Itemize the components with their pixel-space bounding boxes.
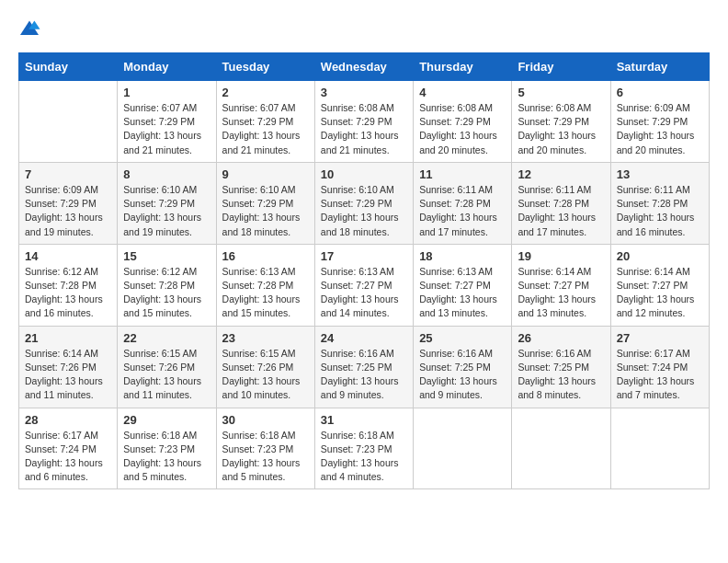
calendar-cell: 5Sunrise: 6:08 AMSunset: 7:29 PMDaylight… [512,81,610,163]
calendar-cell: 24Sunrise: 6:16 AMSunset: 7:25 PMDayligh… [314,326,413,408]
day-info: Sunrise: 6:11 AMSunset: 7:28 PMDaylight:… [419,183,506,239]
calendar-header-row: SundayMondayTuesdayWednesdayThursdayFrid… [19,53,710,81]
calendar-cell: 10Sunrise: 6:10 AMSunset: 7:29 PMDayligh… [314,162,413,244]
day-number: 12 [518,167,604,181]
calendar-cell: 3Sunrise: 6:08 AMSunset: 7:29 PMDaylight… [314,81,413,163]
day-number: 16 [222,249,309,263]
calendar-cell: 30Sunrise: 6:18 AMSunset: 7:23 PMDayligh… [216,408,314,489]
logo-icon [18,19,40,38]
week-row-2: 7Sunrise: 6:09 AMSunset: 7:29 PMDaylight… [19,162,710,244]
day-number: 28 [25,413,111,427]
day-number: 8 [123,167,210,181]
day-header-saturday: Saturday [610,53,709,81]
day-header-thursday: Thursday [414,53,512,81]
day-info: Sunrise: 6:10 AMSunset: 7:29 PMDaylight:… [222,183,309,239]
calendar-table: SundayMondayTuesdayWednesdayThursdayFrid… [18,52,710,489]
calendar-cell: 14Sunrise: 6:12 AMSunset: 7:28 PMDayligh… [19,244,118,326]
calendar-cell: 15Sunrise: 6:12 AMSunset: 7:28 PMDayligh… [118,244,216,326]
day-info: Sunrise: 6:16 AMSunset: 7:25 PMDaylight:… [419,347,506,403]
calendar-cell: 4Sunrise: 6:08 AMSunset: 7:29 PMDaylight… [414,81,512,163]
day-info: Sunrise: 6:09 AMSunset: 7:29 PMDaylight:… [617,101,703,157]
calendar-cell: 16Sunrise: 6:13 AMSunset: 7:28 PMDayligh… [216,244,314,326]
calendar-cell: 9Sunrise: 6:10 AMSunset: 7:29 PMDaylight… [216,162,314,244]
page-header [18,18,710,38]
day-info: Sunrise: 6:08 AMSunset: 7:29 PMDaylight:… [518,101,604,157]
calendar-cell: 2Sunrise: 6:07 AMSunset: 7:29 PMDaylight… [216,81,314,163]
calendar-cell: 18Sunrise: 6:13 AMSunset: 7:27 PMDayligh… [414,244,512,326]
day-number: 29 [123,413,210,427]
day-number: 30 [222,413,309,427]
day-number: 18 [419,249,506,263]
day-number: 11 [419,167,506,181]
week-row-1: 1Sunrise: 6:07 AMSunset: 7:29 PMDaylight… [19,81,710,163]
day-header-tuesday: Tuesday [216,53,314,81]
calendar-cell: 31Sunrise: 6:18 AMSunset: 7:23 PMDayligh… [314,408,413,489]
calendar-cell: 23Sunrise: 6:15 AMSunset: 7:26 PMDayligh… [216,326,314,408]
day-number: 3 [321,86,407,99]
calendar-cell [512,408,610,489]
day-info: Sunrise: 6:15 AMSunset: 7:26 PMDaylight:… [123,347,210,403]
day-info: Sunrise: 6:12 AMSunset: 7:28 PMDaylight:… [25,265,111,321]
day-info: Sunrise: 6:10 AMSunset: 7:29 PMDaylight:… [321,183,407,239]
calendar-cell: 13Sunrise: 6:11 AMSunset: 7:28 PMDayligh… [610,162,709,244]
day-number: 14 [25,249,111,263]
day-number: 25 [419,331,506,345]
calendar-cell [610,408,709,489]
day-number: 15 [123,249,210,263]
week-row-5: 28Sunrise: 6:17 AMSunset: 7:24 PMDayligh… [19,408,710,489]
day-number: 6 [617,86,703,99]
day-header-friday: Friday [512,53,610,81]
calendar-cell: 28Sunrise: 6:17 AMSunset: 7:24 PMDayligh… [19,408,118,489]
day-info: Sunrise: 6:16 AMSunset: 7:25 PMDaylight:… [518,347,604,403]
calendar-cell: 27Sunrise: 6:17 AMSunset: 7:24 PMDayligh… [610,326,709,408]
day-info: Sunrise: 6:07 AMSunset: 7:29 PMDaylight:… [222,101,309,157]
day-info: Sunrise: 6:17 AMSunset: 7:24 PMDaylight:… [25,429,111,485]
day-number: 24 [321,331,407,345]
day-number: 5 [518,86,604,99]
day-number: 17 [321,249,407,263]
calendar-cell [414,408,512,489]
calendar-cell: 8Sunrise: 6:10 AMSunset: 7:29 PMDaylight… [118,162,216,244]
day-info: Sunrise: 6:14 AMSunset: 7:26 PMDaylight:… [25,347,111,403]
calendar-cell: 6Sunrise: 6:09 AMSunset: 7:29 PMDaylight… [610,81,709,163]
week-row-4: 21Sunrise: 6:14 AMSunset: 7:26 PMDayligh… [19,326,710,408]
day-number: 10 [321,167,407,181]
calendar-cell: 11Sunrise: 6:11 AMSunset: 7:28 PMDayligh… [414,162,512,244]
day-info: Sunrise: 6:16 AMSunset: 7:25 PMDaylight:… [321,347,407,403]
day-info: Sunrise: 6:11 AMSunset: 7:28 PMDaylight:… [518,183,604,239]
day-number: 23 [222,331,309,345]
day-info: Sunrise: 6:12 AMSunset: 7:28 PMDaylight:… [123,265,210,321]
day-info: Sunrise: 6:08 AMSunset: 7:29 PMDaylight:… [321,101,407,157]
day-header-sunday: Sunday [19,53,118,81]
calendar-cell [19,81,118,163]
day-number: 27 [617,331,703,345]
calendar-cell: 7Sunrise: 6:09 AMSunset: 7:29 PMDaylight… [19,162,118,244]
day-info: Sunrise: 6:18 AMSunset: 7:23 PMDaylight:… [123,429,210,485]
day-number: 19 [518,249,604,263]
calendar-cell: 29Sunrise: 6:18 AMSunset: 7:23 PMDayligh… [118,408,216,489]
calendar-cell: 22Sunrise: 6:15 AMSunset: 7:26 PMDayligh… [118,326,216,408]
day-info: Sunrise: 6:15 AMSunset: 7:26 PMDaylight:… [222,347,309,403]
day-info: Sunrise: 6:09 AMSunset: 7:29 PMDaylight:… [25,183,111,239]
day-number: 1 [123,86,210,99]
day-number: 9 [222,167,309,181]
calendar-cell: 25Sunrise: 6:16 AMSunset: 7:25 PMDayligh… [414,326,512,408]
day-number: 13 [617,167,703,181]
week-row-3: 14Sunrise: 6:12 AMSunset: 7:28 PMDayligh… [19,244,710,326]
day-number: 7 [25,167,111,181]
day-number: 26 [518,331,604,345]
day-header-wednesday: Wednesday [314,53,413,81]
logo [18,18,44,38]
calendar-cell: 19Sunrise: 6:14 AMSunset: 7:27 PMDayligh… [512,244,610,326]
day-info: Sunrise: 6:17 AMSunset: 7:24 PMDaylight:… [617,347,703,403]
day-number: 4 [419,86,506,99]
day-info: Sunrise: 6:14 AMSunset: 7:27 PMDaylight:… [518,265,604,321]
calendar-cell: 12Sunrise: 6:11 AMSunset: 7:28 PMDayligh… [512,162,610,244]
calendar-cell: 17Sunrise: 6:13 AMSunset: 7:27 PMDayligh… [314,244,413,326]
day-info: Sunrise: 6:18 AMSunset: 7:23 PMDaylight:… [222,429,309,485]
day-info: Sunrise: 6:13 AMSunset: 7:27 PMDaylight:… [321,265,407,321]
calendar-body: 1Sunrise: 6:07 AMSunset: 7:29 PMDaylight… [19,81,710,489]
day-info: Sunrise: 6:13 AMSunset: 7:27 PMDaylight:… [419,265,506,321]
day-info: Sunrise: 6:18 AMSunset: 7:23 PMDaylight:… [321,429,407,485]
day-number: 2 [222,86,309,99]
